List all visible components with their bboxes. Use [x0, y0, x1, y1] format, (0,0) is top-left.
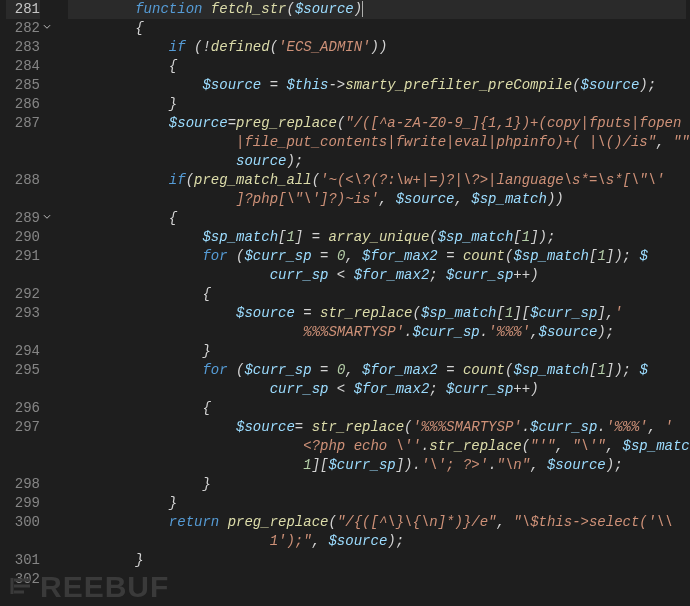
code-line[interactable]: %%%SMARTYSP'.$curr_sp.'%%%',$source);: [68, 323, 686, 342]
line-number: [6, 133, 40, 152]
code-line[interactable]: }: [68, 551, 686, 570]
line-number: 281: [6, 0, 40, 19]
code-line[interactable]: 1');", $source);: [68, 532, 686, 551]
line-number: 295: [6, 361, 40, 380]
line-number: [6, 190, 40, 209]
line-number: 302: [6, 570, 40, 589]
line-number: 284: [6, 57, 40, 76]
text-cursor: [362, 1, 363, 17]
code-line[interactable]: <?php echo \''.str_replace("'", "\'", $s…: [68, 437, 686, 456]
code-line[interactable]: }: [68, 475, 686, 494]
code-line[interactable]: $sp_match[1] = array_unique($sp_match[1]…: [68, 228, 686, 247]
code-line[interactable]: for ($curr_sp = 0, $for_max2 = count($sp…: [68, 247, 686, 266]
chevron-down-icon[interactable]: [42, 212, 52, 222]
line-number: 301: [6, 551, 40, 570]
code-line[interactable]: function fetch_str($source): [68, 0, 686, 19]
code-line[interactable]: source);: [68, 152, 686, 171]
code-line[interactable]: }: [68, 342, 686, 361]
line-number: [6, 323, 40, 342]
line-number: 285: [6, 76, 40, 95]
line-number: 286: [6, 95, 40, 114]
line-number: 293: [6, 304, 40, 323]
code-line[interactable]: curr_sp < $for_max2; $curr_sp++): [68, 266, 686, 285]
code-line[interactable]: for ($curr_sp = 0, $for_max2 = count($sp…: [68, 361, 686, 380]
line-number: 300: [6, 513, 40, 532]
line-number: [6, 437, 40, 456]
line-number: 296: [6, 399, 40, 418]
line-number: 289: [6, 209, 40, 228]
code-line[interactable]: {: [68, 209, 686, 228]
code-line[interactable]: {: [68, 19, 686, 38]
code-line[interactable]: $source = $this->smarty_prefilter_preCom…: [68, 76, 686, 95]
line-number: [6, 152, 40, 171]
code-line[interactable]: curr_sp < $for_max2; $curr_sp++): [68, 380, 686, 399]
code-line[interactable]: $source=preg_replace("/([^a-zA-Z0-9_]{1,…: [68, 114, 686, 133]
code-line[interactable]: {: [68, 285, 686, 304]
code-line[interactable]: $source = str_replace($sp_match[1][$curr…: [68, 304, 686, 323]
line-number: 290: [6, 228, 40, 247]
line-number: [6, 380, 40, 399]
line-number: 298: [6, 475, 40, 494]
code-line[interactable]: if (!defined('ECS_ADMIN')): [68, 38, 686, 57]
line-number: 291: [6, 247, 40, 266]
chevron-down-icon[interactable]: [42, 22, 52, 32]
line-number: [6, 532, 40, 551]
code-area[interactable]: function fetch_str($source) { if (!defin…: [54, 0, 690, 606]
line-number: 294: [6, 342, 40, 361]
code-line[interactable]: |file_put_contents|fwrite|eval|phpinfo)+…: [68, 133, 686, 152]
code-editor[interactable]: 281282283284285286287 288 289290291 2922…: [0, 0, 690, 606]
code-line[interactable]: $source= str_replace('%%%SMARTYSP'.$curr…: [68, 418, 686, 437]
line-number: 283: [6, 38, 40, 57]
code-line[interactable]: if(preg_match_all('~(<\?(?:\w+|=)?|\?>|l…: [68, 171, 686, 190]
line-number: [6, 266, 40, 285]
line-number: 297: [6, 418, 40, 437]
code-line[interactable]: {: [68, 57, 686, 76]
code-line[interactable]: [68, 570, 686, 589]
code-line[interactable]: }: [68, 494, 686, 513]
code-line[interactable]: ]?php[\"\']?)~is', $source, $sp_match)): [68, 190, 686, 209]
line-number: 292: [6, 285, 40, 304]
code-line[interactable]: 1][$curr_sp]).'\'; ?>'."\n", $source);: [68, 456, 686, 475]
line-number: [6, 456, 40, 475]
line-number: 287: [6, 114, 40, 133]
code-line[interactable]: }: [68, 95, 686, 114]
line-number: 282: [6, 19, 40, 38]
line-number-gutter: 281282283284285286287 288 289290291 2922…: [0, 0, 54, 606]
code-line[interactable]: {: [68, 399, 686, 418]
line-number: 288: [6, 171, 40, 190]
code-line[interactable]: return preg_replace("/{([^\}\{\n]*)}/e",…: [68, 513, 686, 532]
line-number: 299: [6, 494, 40, 513]
